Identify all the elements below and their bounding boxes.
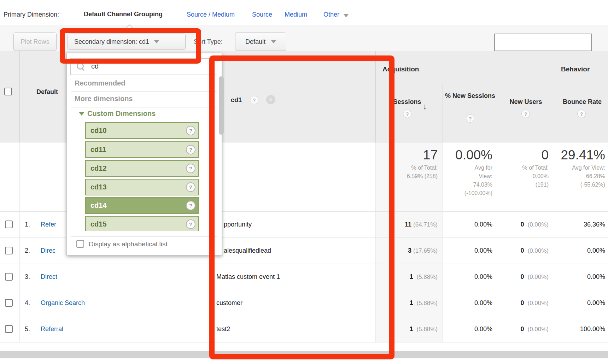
row-new-users: 0	[520, 299, 524, 306]
header-divider	[554, 51, 554, 142]
alphabetical-list-label: Display as alphabetical list	[89, 240, 168, 248]
dimension-help-icon[interactable]: ?	[186, 182, 195, 192]
table-row[interactable]: 5. Referral test2 1 (5.88%) 0.00% 0 (0.0…	[0, 316, 608, 342]
row-channel-link[interactable]: Direc	[41, 247, 55, 254]
dimension-help-icon[interactable]: ?	[186, 145, 195, 154]
custom-dimensions-group-header[interactable]: Custom Dimensions	[87, 110, 156, 118]
dimension-option-cd15[interactable]: cd15 ?	[85, 216, 199, 231]
row-sessions-pct: (64.71%)	[413, 221, 438, 228]
custom-dimensions-collapse-icon[interactable]	[79, 112, 84, 116]
dimension-search-box[interactable]: cd	[70, 58, 217, 75]
plot-rows-button[interactable]: Plot Rows	[13, 33, 57, 51]
row-new-sessions: 0.00%	[474, 221, 492, 228]
row-sessions-pct: (5.88%)	[416, 326, 438, 333]
dimension-help-icon[interactable]: ?	[186, 164, 195, 173]
dimension-option-cd13[interactable]: cd13 ?	[85, 179, 199, 195]
sort-type-select[interactable]: Default	[235, 33, 286, 51]
analytics-table-screen: Primary Dimension: Default Channel Group…	[0, 0, 608, 364]
primary-dimension-selected[interactable]: Default Channel Grouping	[84, 11, 163, 18]
link-other[interactable]: Other	[323, 11, 339, 18]
row-sessions-pct: (17.65%)	[413, 247, 438, 254]
cd1-help-icon[interactable]: ?	[250, 96, 258, 104]
sort-type-label: Sort Type:	[194, 38, 223, 46]
row-checkbox[interactable]	[5, 273, 13, 281]
new-users-help-icon[interactable]: ?	[521, 110, 530, 118]
dimension-help-icon[interactable]: ?	[186, 126, 195, 135]
row-number: 4.	[25, 299, 30, 307]
row-sessions: 1	[409, 273, 413, 280]
header-divider	[498, 84, 498, 142]
row-new-sessions: 0.00%	[474, 247, 492, 254]
bounce-rate-help-icon[interactable]: ?	[577, 110, 586, 118]
table-toolbar: Plot Rows Secondary dimension: cd1 Sort …	[0, 25, 608, 52]
sort-descending-arrow-icon[interactable]: ↓	[423, 101, 427, 111]
column-header-new-sessions[interactable]: % New Sessions	[443, 92, 498, 100]
row-number: 3.	[25, 273, 30, 281]
row-checkbox[interactable]	[5, 299, 13, 307]
row-channel-link[interactable]: Referral	[41, 325, 63, 333]
alphabetical-list-checkbox[interactable]	[76, 240, 84, 248]
dimension-option-cd14[interactable]: cd14 ?	[85, 197, 199, 214]
dimension-option-label: cd10	[90, 127, 186, 135]
row-channel-link[interactable]: Refer	[41, 221, 56, 228]
column-header-new-users[interactable]: New Users	[498, 98, 554, 106]
new-sessions-help-icon[interactable]: ?	[466, 114, 474, 123]
dimension-list-viewport: cd10 ? cd11 ? cd12 ? cd13 ? cd14 ? cd15 …	[67, 121, 222, 231]
horizontal-scrollbar-track[interactable]	[0, 351, 608, 358]
table-row[interactable]: 3. Direct Matias custom event 1 1 (5.88%…	[0, 264, 608, 290]
select-all-checkbox[interactable]	[4, 88, 12, 95]
dimension-search-value: cd	[91, 62, 99, 70]
group-header-acquisition: Acquisition	[382, 65, 419, 73]
dimension-help-icon[interactable]: ?	[186, 201, 195, 210]
dimension-option-cd11[interactable]: cd11 ?	[85, 141, 199, 158]
link-source[interactable]: Source	[252, 11, 272, 18]
dropdown-scrollbar[interactable]	[219, 76, 224, 135]
section-more-dimensions: More dimensions	[75, 95, 133, 103]
section-divider	[71, 91, 217, 92]
total-new-sessions-note: Avg for View: 74.03% (-100.00%)	[464, 164, 492, 198]
row-checkbox[interactable]	[5, 221, 13, 228]
group-header-divider	[375, 84, 608, 84]
row-channel-link[interactable]: Direct	[41, 273, 57, 281]
other-dropdown-caret-icon[interactable]	[344, 14, 349, 17]
secondary-column-header[interactable]: cd1	[231, 96, 242, 104]
cd1-remove-icon[interactable]: ✕	[266, 95, 275, 104]
primary-dimension-bar: Primary Dimension: Default Channel Group…	[0, 0, 608, 25]
row-cd1-value: customer	[216, 299, 242, 307]
sort-type-value: Default	[245, 38, 265, 46]
column-header-sessions[interactable]: Sessions	[375, 98, 439, 106]
primary-column-header[interactable]: Default	[36, 88, 58, 96]
row-bounce-rate: 0.00%	[587, 273, 605, 281]
column-header-bounce-rate[interactable]: Bounce Rate	[554, 98, 608, 106]
row-number: 2.	[25, 247, 30, 254]
total-sessions-note: % of Total: 6.59% (258)	[407, 164, 438, 181]
total-new-users: 0	[541, 148, 549, 163]
table-row[interactable]: 4. Organic Search customer 1 (5.88%) 0.0…	[0, 290, 608, 316]
row-new-users: 0	[520, 325, 524, 333]
selected-tab-pointer-fill	[124, 25, 134, 30]
header-divider	[19, 51, 20, 142]
row-checkbox[interactable]	[5, 325, 13, 333]
row-bounce-rate: 36.36%	[584, 221, 605, 228]
row-sessions-pct: (5.88%)	[416, 274, 438, 280]
dimension-option-label: cd12	[90, 164, 186, 172]
row-channel-link[interactable]: Organic Search	[41, 299, 85, 307]
link-source-medium[interactable]: Source / Medium	[187, 11, 235, 18]
header-divider	[375, 51, 376, 142]
row-checkbox[interactable]	[5, 247, 13, 254]
dimension-option-cd12[interactable]: cd12 ?	[85, 160, 199, 177]
dimension-option-cd10[interactable]: cd10 ?	[85, 122, 199, 139]
row-new-sessions: 0.00%	[474, 325, 492, 333]
row-sessions-pct: (5.88%)	[416, 300, 438, 306]
row-new-users-pct: (0.00%)	[527, 221, 549, 228]
link-medium[interactable]: Medium	[285, 11, 307, 18]
row-new-users: 0	[520, 247, 524, 254]
sessions-help-icon[interactable]: ?	[403, 110, 411, 118]
row-new-users: 0	[520, 221, 524, 228]
row-new-sessions: 0.00%	[474, 273, 492, 281]
total-bounce-rate: 29.41%	[561, 148, 606, 163]
row-sessions: 1	[409, 325, 413, 333]
table-search-input[interactable]	[494, 34, 592, 51]
secondary-dimension-button[interactable]: Secondary dimension: cd1	[68, 34, 186, 50]
dimension-help-icon[interactable]: ?	[186, 219, 195, 229]
